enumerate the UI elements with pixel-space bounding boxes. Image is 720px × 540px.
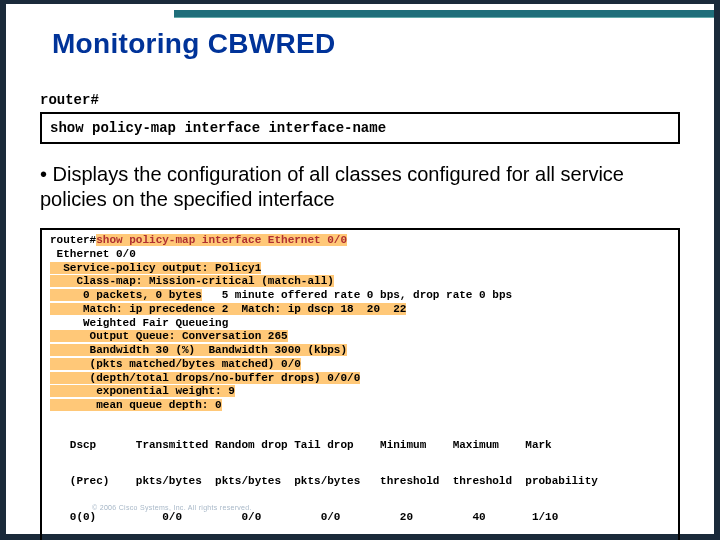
highlight: Service-policy output: Policy1 (50, 262, 261, 274)
highlight: exponential weight: 9 (50, 385, 235, 397)
highlight: (depth/total drops/no-buffer drops) 0/0/… (50, 372, 360, 384)
output-line: Service-policy output: Policy1 (50, 262, 670, 276)
copyright: © 2006 Cisco Systems, Inc. All rights re… (92, 504, 252, 511)
output-line: Match: ip precedence 2 Match: ip dscp 18… (50, 303, 670, 317)
page-title: Monitoring CBWRED (52, 28, 336, 60)
output-line: Bandwidth 30 (%) Bandwidth 3000 (kbps) (50, 344, 670, 358)
table-header: Dscp Transmitted Random drop Tail drop M… (50, 439, 670, 451)
highlight: Output Queue: Conversation 265 (50, 330, 288, 342)
table-header: (Prec) pkts/bytes pkts/bytes pkts/bytes … (50, 475, 670, 487)
output-line: 0 packets, 0 bytes 5 minute offered rate… (50, 289, 670, 303)
cli-output-box: router#show policy-map interface Etherne… (40, 228, 680, 540)
highlight: (pkts matched/bytes matched) 0/0 (50, 358, 301, 370)
output-line: Output Queue: Conversation 265 (50, 330, 670, 344)
highlight: Class-map: Mission-critical (match-all) (50, 275, 334, 287)
output-text: 5 minute offered rate 0 bps, drop rate 0… (202, 289, 512, 301)
cli-prompt: router# (40, 92, 99, 108)
bullet-description: Displays the configuration of all classe… (40, 162, 680, 212)
output-line: Weighted Fair Queueing (50, 317, 670, 331)
output-table: Dscp Transmitted Random drop Tail drop M… (50, 415, 670, 540)
command-arg: interface-name (268, 120, 386, 136)
output-line: Ethernet 0/0 (50, 248, 670, 262)
output-line: mean queue depth: 0 (50, 399, 670, 413)
highlight: mean queue depth: 0 (50, 399, 222, 411)
highlight: Bandwidth 30 (%) Bandwidth 3000 (kbps) (50, 344, 347, 356)
output-command: show policy-map interface Ethernet 0/0 (96, 234, 347, 246)
highlight: Match: ip precedence 2 Match: ip dscp 18… (50, 303, 406, 315)
output-line: (pkts matched/bytes matched) 0/0 (50, 358, 670, 372)
output-line: router#show policy-map interface Etherne… (50, 234, 670, 248)
highlight: 0 packets, 0 bytes (50, 289, 202, 301)
output-line: (depth/total drops/no-buffer drops) 0/0/… (50, 372, 670, 386)
slide-container: Monitoring CBWRED router# show policy-ma… (6, 4, 714, 534)
output-line: Class-map: Mission-critical (match-all) (50, 275, 670, 289)
output-line: exponential weight: 9 (50, 385, 670, 399)
header-rule (174, 10, 714, 18)
table-row: 0(0) 0/0 0/0 0/0 20 40 1/10 (50, 511, 670, 523)
command-static: show policy-map interface (50, 120, 268, 136)
output-prompt: router# (50, 234, 96, 246)
command-syntax-box: show policy-map interface interface-name (40, 112, 680, 144)
